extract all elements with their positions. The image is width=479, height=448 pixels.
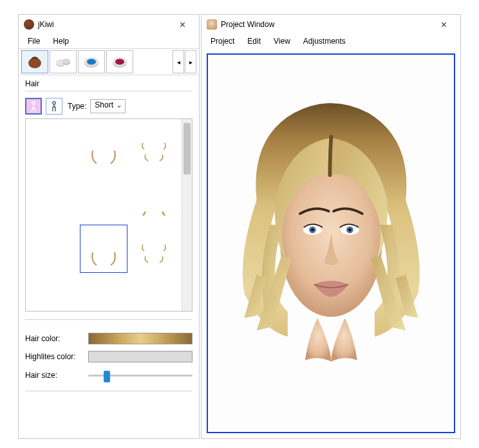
- hair-style-thumb[interactable]: [130, 225, 178, 273]
- project-window-title: Project Window: [221, 20, 431, 29]
- svg-point-4: [62, 59, 70, 64]
- tab-eyeshadow[interactable]: [78, 50, 105, 73]
- highlites-label: Highlites color:: [25, 352, 83, 361]
- hair-size-row: Hair size:: [25, 369, 193, 382]
- hair-panel: Hair Type: Short: [19, 75, 199, 438]
- hair-style-thumb[interactable]: [30, 174, 77, 222]
- type-select[interactable]: Short: [90, 99, 126, 113]
- scrollbar-thumb[interactable]: [183, 123, 191, 174]
- divider: [25, 391, 193, 391]
- eyeshadow-tab-icon: [82, 54, 100, 70]
- hair-style-thumb[interactable]: [130, 275, 178, 311]
- project-titlebar: Project Window ✕: [202, 15, 460, 34]
- hair-thumb-icon: [86, 129, 121, 166]
- menu-file[interactable]: File: [23, 35, 45, 47]
- type-select-wrap: Short: [90, 99, 126, 113]
- female-icon: [29, 100, 38, 112]
- svg-point-7: [87, 59, 96, 65]
- base-tab-icon: [54, 54, 72, 70]
- hair-thumb-icon: [86, 281, 121, 312]
- divider: [25, 91, 193, 91]
- hair-color-label: Hair color:: [25, 334, 83, 343]
- type-label: Type:: [68, 102, 86, 111]
- hair-tab-icon: [26, 54, 44, 70]
- svg-point-0: [28, 58, 41, 68]
- hair-style-grid: [26, 119, 182, 311]
- project-app-icon: [207, 19, 217, 30]
- hair-size-label: Hair size:: [25, 371, 83, 380]
- tab-lipstick[interactable]: [106, 50, 133, 73]
- hair-thumb-icon: [36, 129, 71, 166]
- model-preview-image: [213, 62, 449, 425]
- gender-male-button[interactable]: [46, 98, 62, 115]
- tab-hair[interactable]: [21, 50, 48, 73]
- menu-edit[interactable]: Edit: [242, 35, 266, 47]
- hair-thumb-icon: [136, 180, 171, 217]
- hair-color-row: Hair color:: [25, 333, 193, 344]
- hair-tool-window: jKiwi ✕ File Help: [18, 14, 200, 439]
- hair-thumb-icon: [36, 180, 71, 217]
- hair-style-thumb[interactable]: [80, 275, 127, 311]
- divider: [25, 319, 193, 320]
- project-window: Project Window ✕ Project Edit View Adjus…: [201, 14, 461, 439]
- lipstick-tab-icon: [111, 54, 129, 70]
- gender-female-button[interactable]: [25, 98, 42, 115]
- tab-nav-prev[interactable]: ◂: [173, 50, 184, 73]
- hair-thumb-icon: [36, 281, 71, 312]
- svg-point-19: [348, 228, 352, 231]
- hair-style-thumb[interactable]: [80, 225, 127, 273]
- tab-nav-next[interactable]: ▸: [185, 50, 196, 73]
- hair-grid-container: [25, 118, 193, 312]
- hair-thumb-icon: [136, 281, 171, 312]
- menu-help[interactable]: Help: [48, 35, 74, 47]
- project-close-button[interactable]: ✕: [431, 16, 456, 33]
- hair-style-thumb[interactable]: [30, 275, 77, 311]
- preview-canvas[interactable]: [207, 53, 455, 433]
- hair-style-thumb[interactable]: [80, 174, 127, 222]
- hair-color-swatch[interactable]: [88, 333, 193, 344]
- hair-thumb-icon: [36, 230, 71, 268]
- hair-style-thumb[interactable]: [30, 225, 77, 273]
- svg-point-11: [32, 102, 35, 104]
- hair-thumb-icon: [86, 180, 121, 217]
- tab-nav: ◂ ▸: [173, 50, 196, 73]
- hair-thumb-icon: [86, 230, 121, 268]
- highlites-swatch[interactable]: [88, 351, 193, 362]
- svg-point-18: [311, 228, 314, 231]
- window-title: jKiwi: [38, 20, 169, 29]
- scrollbar[interactable]: [182, 119, 192, 311]
- project-body: [202, 48, 460, 438]
- svg-point-10: [115, 59, 124, 65]
- male-icon: [50, 100, 59, 112]
- tab-base[interactable]: [50, 50, 77, 73]
- hair-style-thumb[interactable]: [30, 123, 77, 171]
- gender-type-row: Type: Short: [25, 98, 193, 115]
- tab-toolbar: ◂ ▸: [19, 48, 199, 75]
- menubar-left: File Help: [19, 34, 199, 48]
- menu-adjustments[interactable]: Adjustments: [298, 35, 351, 47]
- close-button[interactable]: ✕: [169, 16, 195, 33]
- hair-thumb-icon: [136, 129, 171, 166]
- panel-title: Hair: [25, 79, 193, 88]
- hair-thumb-icon: [136, 230, 171, 268]
- app-icon: [24, 19, 34, 30]
- menu-project[interactable]: Project: [205, 35, 240, 47]
- hair-size-slider[interactable]: [88, 369, 193, 382]
- titlebar: jKiwi ✕: [19, 15, 199, 34]
- project-menubar: Project Edit View Adjustments: [202, 34, 460, 48]
- hair-style-thumb[interactable]: [80, 123, 127, 171]
- hair-style-thumb[interactable]: [130, 123, 178, 171]
- slider-thumb[interactable]: [104, 371, 110, 382]
- menu-view[interactable]: View: [268, 35, 296, 47]
- highlites-row: Highlites color:: [25, 351, 193, 362]
- svg-point-12: [53, 102, 55, 104]
- hair-style-thumb[interactable]: [130, 174, 178, 222]
